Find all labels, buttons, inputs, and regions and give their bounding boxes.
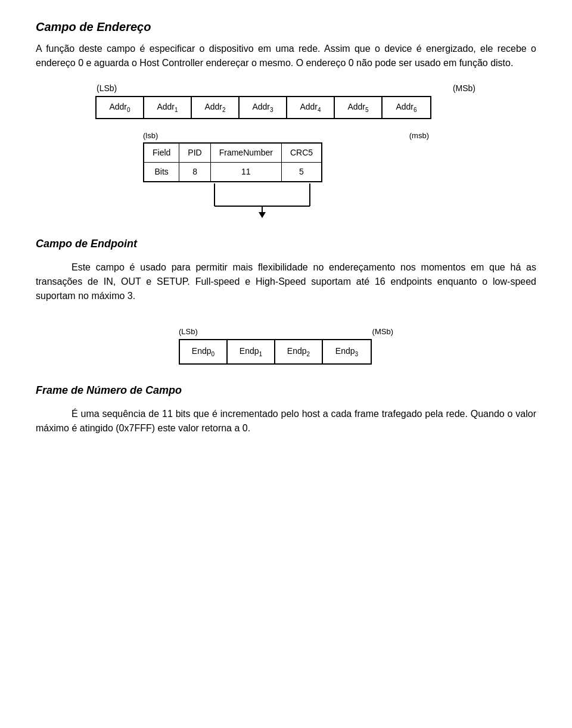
- endp-lsb-msb: (LSb) (MSb): [179, 326, 393, 338]
- endp-cell-0: Endp0: [180, 340, 228, 363]
- frame-table-data-row: Bits 8 11 5: [144, 163, 322, 182]
- addr-cell-0: Addr0: [97, 97, 144, 118]
- frame-data-bits: Bits: [144, 163, 179, 182]
- addr-cell-2: Addr2: [192, 97, 240, 118]
- frame-diagram: (lsb) (msb) Field PID FrameNumber CRC5 B…: [143, 130, 429, 219]
- svg-marker-4: [259, 212, 266, 218]
- frame-msb-label: (msb): [409, 130, 429, 142]
- addr-lsb-msb-row: (LSb) (MSb): [95, 82, 477, 95]
- addr-lsb-label: (LSb): [97, 82, 117, 95]
- frame-lsb-msb: (lsb) (msb): [143, 130, 429, 142]
- frame-lsb-label: (lsb): [143, 130, 158, 142]
- frame-table: Field PID FrameNumber CRC5 Bits 8 11 5: [143, 142, 322, 182]
- section2-para1: Este campo é usado para permitir mais fl…: [36, 260, 536, 303]
- frame-table-header-row: Field PID FrameNumber CRC5: [144, 143, 322, 163]
- arrow-svg: [143, 182, 429, 218]
- section2-title-text: Campo de Endpoint: [36, 238, 137, 250]
- addr-cell-1: Addr1: [144, 97, 192, 118]
- endp-cell-1: Endp1: [228, 340, 275, 363]
- section3-title: Frame de Número de Campo: [36, 382, 536, 399]
- addr-cell-4: Addr4: [287, 97, 335, 118]
- frame-header-crc5: CRC5: [281, 143, 322, 163]
- frame-data-5: 5: [281, 163, 322, 182]
- frame-header-field: Field: [144, 143, 179, 163]
- frame-data-11: 11: [210, 163, 281, 182]
- endp-diagram: (LSb) (MSb) Endp0 Endp1 Endp2 Endp3: [179, 326, 393, 364]
- addr-diagram-inner: (LSb) (MSb) Addr0 Addr1 Addr2 Addr3 Addr…: [95, 82, 477, 119]
- section2-title: Campo de Endpoint: [36, 236, 536, 252]
- addr-cell-5: Addr5: [335, 97, 383, 118]
- endp-msb-label: (MSb): [372, 326, 393, 338]
- addr-cells: Addr0 Addr1 Addr2 Addr3 Addr4 Addr5 Addr…: [95, 96, 431, 119]
- section3-title-text: Frame de Número de Campo: [36, 384, 182, 396]
- endp-diagram-container: (LSb) (MSb) Endp0 Endp1 Endp2 Endp3: [36, 315, 536, 364]
- arrow-container: [143, 182, 429, 218]
- frame-data-8: 8: [179, 163, 210, 182]
- section1-title: Campo de Endereço: [36, 18, 536, 36]
- endp-cell-2: Endp2: [275, 340, 323, 363]
- endp-lsb-label: (LSb): [179, 326, 198, 338]
- addr-cell-3: Addr3: [240, 97, 287, 118]
- addr-diagram: (LSb) (MSb) Addr0 Addr1 Addr2 Addr3 Addr…: [36, 82, 536, 218]
- section3-para1: É uma sequência de 11 bits que é increme…: [36, 407, 536, 435]
- addr-cell-6: Addr6: [383, 97, 430, 118]
- section1-para1: A função deste campo é especificar o dis…: [36, 42, 536, 70]
- endp-cells: Endp0 Endp1 Endp2 Endp3: [179, 339, 372, 365]
- frame-header-framenumber: FrameNumber: [210, 143, 281, 163]
- frame-header-pid: PID: [179, 143, 210, 163]
- endp-cell-3: Endp3: [323, 340, 371, 363]
- addr-msb-label: (MSb): [453, 82, 475, 95]
